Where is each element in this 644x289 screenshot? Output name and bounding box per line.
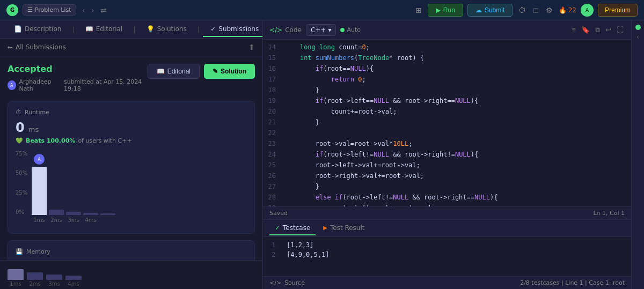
memory-icon: 💾 <box>16 248 23 255</box>
code-bracket-icon: </> <box>269 26 282 34</box>
copy-btn[interactable]: ⧉ <box>594 25 601 35</box>
code-line-17: 17 return 0; <box>263 74 631 85</box>
tab-description[interactable]: 📄 Description <box>6 22 69 37</box>
panel-indicator <box>635 25 641 30</box>
code-line-15: 15 int sumNumbers(TreeNode* root) { <box>263 53 631 63</box>
mini-bars <box>8 265 255 280</box>
tab-editorial[interactable]: 📖 Editorial <box>78 22 130 37</box>
submission-meta: A Arghadeep Nath submitted at Apr 15, 20… <box>8 78 148 92</box>
cloud-icon: ☁ <box>475 6 482 14</box>
run-label: Run <box>443 6 455 14</box>
submitter-avatar: A <box>8 80 16 90</box>
submit-icon: ✓ <box>210 25 216 33</box>
shuffle-btn[interactable]: ⇄ <box>98 5 109 16</box>
test-line-2: 2 [4,9,0,5,1] <box>272 251 623 258</box>
run-btn[interactable]: ▶ Run <box>428 4 463 17</box>
submit-label: Submit <box>485 6 504 14</box>
mini-x-labels: 1ms 2ms 3ms 4ms <box>8 281 255 287</box>
chart-bar-1 <box>32 167 47 215</box>
source-label-group: </> Source <box>269 279 305 286</box>
timer-btn[interactable]: ⏱ <box>517 4 528 16</box>
beat-icon: 💚 <box>16 137 23 144</box>
prev-arrow[interactable]: ‹ <box>80 5 87 16</box>
cursor-position: Ln 1, Col 1 <box>593 210 625 217</box>
list-icon: ☰ <box>27 6 33 13</box>
testcase-status: 2/8 testcases | Line 1 | Case 1: root <box>520 279 625 286</box>
share-btn[interactable]: ⬆ <box>248 43 255 51</box>
code-editor[interactable]: 14 long long count=0; 15 int sumNumbers(… <box>263 40 631 206</box>
back-arrow-icon: ← <box>8 43 13 51</box>
navbar: G ☰ Problem List ‹ › ⇄ ⊞ ▶ Run ☁ Submit … <box>0 0 644 20</box>
fire-badge: 🔥 22 <box>559 6 576 14</box>
mini-bar-4 <box>65 276 82 280</box>
editorial-btn[interactable]: 📖 Editorial <box>148 64 200 79</box>
bulb-icon: 💡 <box>147 25 155 33</box>
tab-testcase[interactable]: ✓ Testcase <box>269 221 316 235</box>
right-panel: </> Code C++ ▾ Auto ≡ 🔖 ⧉ ↩ ⛶ 14 <box>263 20 631 289</box>
undo-btn[interactable]: ↩ <box>604 25 612 35</box>
accepted-badge: Accepted <box>8 64 148 74</box>
language-selector[interactable]: C++ ▾ <box>306 24 336 36</box>
notes-btn[interactable]: □ <box>532 4 539 16</box>
code-title: </> Code <box>269 26 302 34</box>
result-arrow-icon: ▶ <box>323 225 327 231</box>
collapse-arrow[interactable]: ‹ <box>636 33 639 41</box>
settings-btn[interactable]: ⚙ <box>544 4 554 16</box>
saved-status: Saved <box>269 210 288 217</box>
back-label: All Submissions <box>16 43 66 51</box>
solution-icon: ✎ <box>213 68 218 75</box>
runtime-chart: 75% 50% 25% 0% A <box>16 151 247 226</box>
bookmark-btn[interactable]: 🔖 <box>580 25 591 35</box>
tab-solutions[interactable]: 💡 Solutions <box>139 22 194 37</box>
chart-bar-2 <box>49 210 64 215</box>
back-link[interactable]: ← All Submissions <box>8 43 66 51</box>
runtime-beat-text: of users with C++ <box>78 137 131 144</box>
chart-canvas: A <box>32 151 247 215</box>
book-icon: 📖 <box>85 25 93 33</box>
tab-submissions[interactable]: ✓ Submissions <box>203 22 263 37</box>
solution-btn[interactable]: ✎ Solution <box>204 64 255 79</box>
chart-bar-5 <box>100 213 115 215</box>
code-status-bar: Saved Ln 1, Col 1 <box>263 206 631 219</box>
code-line-27: 27 } <box>263 181 631 192</box>
doc-icon: 📄 <box>14 25 22 33</box>
code-line-22: 22 <box>263 128 631 138</box>
test-result-label: Test Result <box>330 224 365 232</box>
submitter-name: Arghadeep Nath <box>19 78 61 92</box>
problem-list-label: Problem List <box>35 6 71 13</box>
expand-btn[interactable]: ⛶ <box>616 25 625 35</box>
code-line-19: 19 if(root->left==NULL && root->right==N… <box>263 95 631 106</box>
code-line-26: 26 root->right->val+=root->val; <box>263 171 631 181</box>
user-position-avatar: A <box>34 154 45 165</box>
code-line-14: 14 long long count=0; <box>263 42 631 53</box>
dropdown-icon: ▾ <box>328 26 331 34</box>
premium-btn[interactable]: Premium <box>598 4 638 17</box>
submit-btn[interactable]: ☁ Submit <box>467 4 513 17</box>
testcase-label: Testcase <box>283 224 310 232</box>
chart-x-axis: 1ms 2ms 3ms 4ms <box>32 217 247 223</box>
source-code-icon: </> <box>269 279 281 286</box>
chart-bar-3 <box>66 212 81 215</box>
runtime-beat-pct: Beats 100.00% <box>26 137 75 144</box>
tab-test-result[interactable]: ▶ Test Result <box>318 221 370 235</box>
mini-bar-2 <box>27 272 43 280</box>
code-line-20: 20 count+=root->val; <box>263 106 631 117</box>
chart-bar-4 <box>83 213 98 215</box>
auto-dot <box>340 28 345 32</box>
code-line-18: 18 } <box>263 85 631 95</box>
fire-count: 22 <box>568 6 576 14</box>
code-toolbar: ≡ 🔖 ⧉ ↩ ⛶ <box>570 25 625 35</box>
code-line-21: 21 } <box>263 117 631 128</box>
testcase-check-icon: ✓ <box>275 224 280 232</box>
auto-mode: Auto <box>340 26 361 33</box>
bottom-status-bar: </> Source 2/8 testcases | Line 1 | Case… <box>263 276 631 289</box>
next-arrow[interactable]: › <box>89 5 96 16</box>
problem-list-btn[interactable]: ☰ Problem List <box>23 4 76 16</box>
extensions-btn[interactable]: ⊞ <box>414 4 423 16</box>
format-btn[interactable]: ≡ <box>570 25 577 35</box>
logo: G <box>6 4 18 16</box>
user-avatar[interactable]: A <box>581 4 594 17</box>
runtime-card: ⏱ Runtime 0 ms 💚 Beats 100.00% of users … <box>8 101 255 234</box>
code-line-16: 16 if(root==NULL){ <box>263 63 631 74</box>
code-line-25: 25 root->left->val+=root->val; <box>263 160 631 171</box>
